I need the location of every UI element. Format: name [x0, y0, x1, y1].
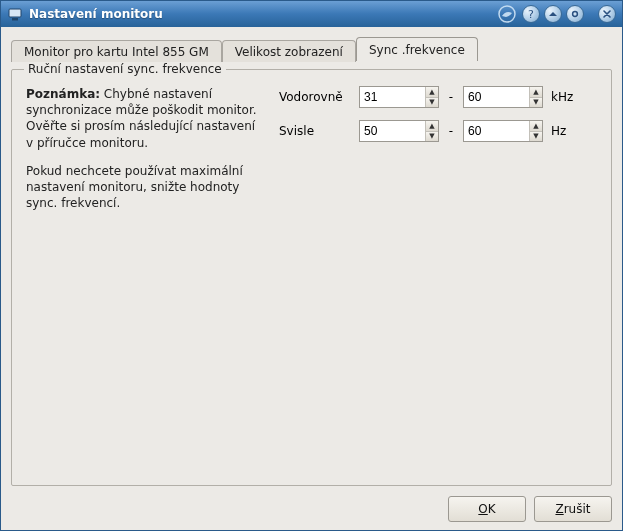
- footer: OK Zrušit: [11, 494, 612, 522]
- fields-column: Vodorovně ▲ ▼ -: [279, 86, 597, 223]
- horizontal-label: Vodorovně: [279, 90, 351, 104]
- tab-sync[interactable]: Sync .frekvence: [356, 37, 478, 61]
- horizontal-unit: kHz: [551, 90, 581, 104]
- help-button[interactable]: ?: [522, 5, 540, 23]
- cancel-post: rušit: [564, 502, 591, 516]
- spin-down-icon[interactable]: ▼: [530, 132, 542, 142]
- spin-arrows: ▲ ▼: [529, 87, 542, 107]
- dash: -: [447, 124, 455, 138]
- spin-up-icon[interactable]: ▲: [426, 87, 438, 98]
- tab-bar: Monitor pro kartu Intel 855 GM Velikost …: [11, 37, 612, 61]
- vertical-max-spin[interactable]: ▲ ▼: [463, 120, 543, 142]
- shade-button[interactable]: [544, 5, 562, 23]
- cancel-button[interactable]: Zrušit: [534, 496, 612, 522]
- titlebar: Nastavení monitoru ?: [1, 1, 622, 27]
- horizontal-max-input[interactable]: [464, 87, 529, 107]
- ok-mnemonic: O: [478, 502, 487, 516]
- dash: -: [447, 90, 455, 104]
- window-title: Nastavení monitoru: [29, 7, 492, 21]
- ok-post: K: [488, 502, 496, 516]
- vertical-max-input[interactable]: [464, 121, 529, 141]
- horizontal-max-spin[interactable]: ▲ ▼: [463, 86, 543, 108]
- note-column: Poznámka: Chybné nastavení synchronizace…: [26, 86, 261, 223]
- note-paragraph-2: Pokud nechcete používat maximální nastav…: [26, 163, 261, 212]
- spin-arrows: ▲ ▼: [529, 121, 542, 141]
- ok-button[interactable]: OK: [448, 496, 526, 522]
- spin-up-icon[interactable]: ▲: [426, 121, 438, 132]
- tab-pane: Ruční nastavení sync. frekvence Poznámka…: [11, 69, 612, 486]
- content-area: Monitor pro kartu Intel 855 GM Velikost …: [1, 27, 622, 530]
- suse-logo-icon: [498, 5, 516, 23]
- horizontal-row: Vodorovně ▲ ▼ -: [279, 86, 597, 108]
- vertical-min-spin[interactable]: ▲ ▼: [359, 120, 439, 142]
- app-icon: [7, 6, 23, 22]
- svg-point-3: [573, 12, 578, 17]
- spin-down-icon[interactable]: ▼: [426, 132, 438, 142]
- sync-groupbox: Ruční nastavení sync. frekvence Poznámka…: [11, 69, 612, 486]
- window: Nastavení monitoru ? Monitor pro k: [0, 0, 623, 531]
- spin-up-icon[interactable]: ▲: [530, 87, 542, 98]
- note-label: Poznámka:: [26, 87, 100, 101]
- spin-up-icon[interactable]: ▲: [530, 121, 542, 132]
- horizontal-min-spin[interactable]: ▲ ▼: [359, 86, 439, 108]
- window-buttons: ?: [522, 5, 616, 23]
- spin-down-icon[interactable]: ▼: [426, 98, 438, 108]
- spin-arrows: ▲ ▼: [425, 87, 438, 107]
- svg-rect-0: [9, 9, 21, 17]
- vertical-min-input[interactable]: [360, 121, 425, 141]
- maximize-button[interactable]: [566, 5, 584, 23]
- tab-size[interactable]: Velikost zobrazení: [222, 40, 356, 62]
- svg-rect-1: [12, 18, 18, 21]
- horizontal-min-input[interactable]: [360, 87, 425, 107]
- note-paragraph-1: Poznámka: Chybné nastavení synchronizace…: [26, 86, 261, 151]
- spin-down-icon[interactable]: ▼: [530, 98, 542, 108]
- close-button[interactable]: [598, 5, 616, 23]
- group-legend: Ruční nastavení sync. frekvence: [24, 62, 226, 76]
- group-body: Poznámka: Chybné nastavení synchronizace…: [26, 86, 597, 223]
- spin-arrows: ▲ ▼: [425, 121, 438, 141]
- vertical-label: Svisle: [279, 124, 351, 138]
- vertical-row: Svisle ▲ ▼ -: [279, 120, 597, 142]
- vertical-unit: Hz: [551, 124, 581, 138]
- tab-monitor[interactable]: Monitor pro kartu Intel 855 GM: [11, 40, 222, 62]
- cancel-mnemonic: Z: [555, 502, 563, 516]
